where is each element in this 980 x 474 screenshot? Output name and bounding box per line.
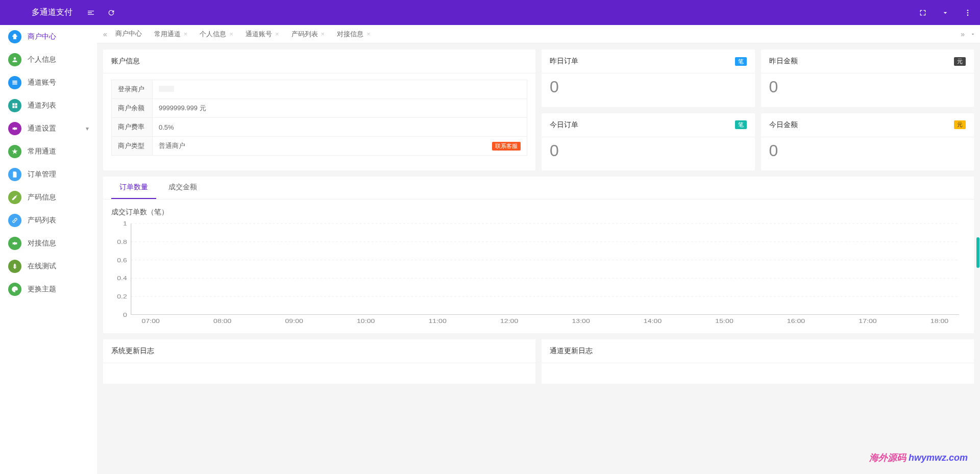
row-value: 9999999.999 元 — [153, 99, 527, 118]
channel-log-title: 通道更新日志 — [542, 339, 974, 363]
close-icon[interactable]: × — [275, 30, 279, 38]
link-icon — [8, 214, 21, 227]
tab-4[interactable]: 产码列表× — [285, 25, 331, 43]
chart-card: 订单数量 成交金额 成交订单数（笔） 00.20.40.60.8107:0008… — [103, 177, 974, 333]
sidebar-item-label: 通道列表 — [28, 101, 89, 110]
row-label: 商户类型 — [112, 137, 153, 156]
stat-unit-badge: 元 — [954, 120, 966, 129]
svg-text:09:00: 09:00 — [285, 318, 303, 325]
contact-badge[interactable]: 联系客服 — [492, 142, 521, 151]
system-log-title: 系统更新日志 — [103, 339, 535, 363]
close-icon[interactable]: × — [366, 30, 371, 38]
tab-label: 对接信息 — [337, 30, 363, 39]
user-dropdown-icon[interactable] — [941, 9, 949, 17]
header-right — [919, 9, 972, 17]
sidebar-item-label: 对接信息 — [28, 239, 89, 248]
account-card-title: 账户信息 — [103, 49, 535, 73]
close-icon[interactable]: × — [229, 30, 233, 38]
svg-text:07:00: 07:00 — [142, 318, 160, 325]
sidebar-item-8[interactable]: 产码列表 — [0, 209, 97, 232]
fullscreen-icon[interactable] — [919, 9, 927, 17]
star-icon — [8, 145, 21, 158]
stat-value: 0 — [542, 137, 755, 171]
sidebar-item-1[interactable]: 个人信息 — [0, 48, 97, 71]
svg-text:14:00: 14:00 — [644, 318, 662, 325]
sidebar-item-label: 产码信息 — [28, 193, 89, 202]
sidebar-item-6[interactable]: 订单管理 — [0, 163, 97, 186]
tab-label: 产码列表 — [291, 30, 318, 39]
top-header: 多通道支付 — [0, 0, 980, 25]
sidebar-item-3[interactable]: 通道列表 — [0, 94, 97, 117]
sidebar-item-4[interactable]: 通道设置▾ — [0, 117, 97, 140]
stat-value: 0 — [542, 73, 755, 107]
svg-point-1 — [967, 12, 969, 13]
stat-unit-badge: 笔 — [735, 120, 747, 129]
svg-text:12:00: 12:00 — [500, 318, 518, 325]
svg-point-0 — [967, 10, 969, 11]
table-row: 登录商户 — [112, 80, 527, 99]
row-label: 商户余额 — [112, 99, 153, 118]
edit-icon — [8, 191, 21, 204]
sidebar-item-11[interactable]: 更换主题 — [0, 278, 97, 301]
header-left: 多通道支付 — [8, 7, 115, 18]
refresh-icon[interactable] — [107, 9, 115, 17]
sidebar: 商户中心个人信息通道账号通道列表通道设置▾常用通道订单管理产码信息产码列表对接信… — [0, 25, 97, 474]
more-icon[interactable] — [964, 9, 972, 17]
user-icon — [8, 53, 21, 66]
svg-text:16:00: 16:00 — [787, 318, 805, 325]
tab-2[interactable]: 个人信息× — [193, 25, 239, 43]
gear-icon — [8, 122, 21, 135]
close-icon[interactable]: × — [184, 30, 188, 38]
sidebar-item-label: 通道账号 — [28, 78, 89, 87]
svg-text:08:00: 08:00 — [213, 318, 231, 325]
gear-icon — [8, 237, 21, 250]
tab-5[interactable]: 对接信息× — [331, 25, 377, 43]
row-value: 普通商户联系客服 — [153, 137, 527, 156]
line-chart: 00.20.40.60.8107:0008:0009:0010:0011:001… — [111, 221, 966, 325]
tabs-menu-icon[interactable] — [970, 31, 976, 37]
list-icon — [8, 76, 21, 89]
stat-card-today-amount: 今日金额元 0 — [761, 113, 974, 171]
menu-toggle-icon[interactable] — [87, 9, 95, 17]
chart-title: 成交订单数（笔） — [103, 199, 974, 221]
svg-text:11:00: 11:00 — [428, 318, 446, 325]
tab-label: 商户中心 — [115, 29, 142, 38]
close-icon[interactable]: × — [321, 30, 325, 38]
chart-tab-amount[interactable]: 成交金额 — [160, 177, 205, 199]
tab-bar: « 商户中心常用通道×个人信息×通道账号×产码列表×对接信息× » — [97, 25, 980, 43]
sidebar-item-label: 更换主题 — [28, 285, 89, 294]
sidebar-item-label: 个人信息 — [28, 55, 89, 64]
sidebar-item-2[interactable]: 通道账号 — [0, 71, 97, 94]
sidebar-item-10[interactable]: 在线测试 — [0, 255, 97, 278]
svg-point-2 — [967, 14, 969, 16]
tabs-scroll-right-icon[interactable]: » — [961, 30, 965, 38]
header-tools — [87, 9, 115, 17]
stat-value: 0 — [761, 73, 974, 107]
svg-text:0.6: 0.6 — [117, 257, 127, 263]
svg-text:0.4: 0.4 — [117, 275, 127, 282]
watermark: 海外源码 hwymwz.com — [869, 452, 968, 464]
sidebar-item-7[interactable]: 产码信息 — [0, 186, 97, 209]
app-logo: 多通道支付 — [8, 7, 72, 18]
svg-text:13:00: 13:00 — [572, 318, 590, 325]
tab-label: 通道账号 — [246, 30, 272, 39]
account-info-table: 登录商户商户余额9999999.999 元商户费率0.5%商户类型普通商户联系客… — [111, 80, 527, 156]
row-label: 登录商户 — [112, 80, 153, 99]
chart-tab-orders[interactable]: 订单数量 — [111, 177, 156, 199]
sidebar-item-5[interactable]: 常用通道 — [0, 140, 97, 163]
sidebar-item-0[interactable]: 商户中心 — [0, 25, 97, 48]
stat-card-yesterday-orders: 昨日订单笔 0 — [542, 49, 755, 107]
stat-card-today-orders: 今日订单笔 0 — [542, 113, 755, 171]
table-row: 商户费率0.5% — [112, 118, 527, 137]
tab-0[interactable]: 商户中心 — [109, 25, 148, 43]
sidebar-item-label: 产码列表 — [28, 216, 89, 225]
tab-1[interactable]: 常用通道× — [148, 25, 194, 43]
tab-3[interactable]: 通道账号× — [239, 25, 285, 43]
sidebar-item-9[interactable]: 对接信息 — [0, 232, 97, 255]
svg-text:0: 0 — [123, 311, 127, 318]
stat-value: 0 — [761, 137, 974, 171]
palette-icon — [8, 283, 21, 296]
svg-text:1: 1 — [123, 221, 127, 227]
tabs-scroll-left-icon[interactable]: « — [101, 30, 109, 38]
svg-text:15:00: 15:00 — [715, 318, 733, 325]
